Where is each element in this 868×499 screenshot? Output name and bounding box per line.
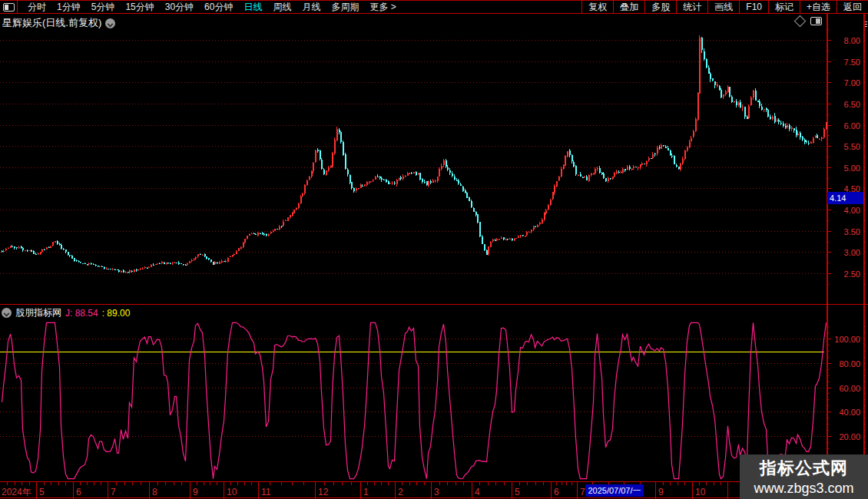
window-split-icon[interactable] <box>810 17 822 25</box>
chart-canvas[interactable]: 8.007.507.006.506.005.505.004.504.003.50… <box>0 0 868 499</box>
menu-item-60min[interactable]: 60分钟 <box>199 1 238 13</box>
layout-toggle-button[interactable] <box>0 1 18 13</box>
price-axis-label: 5.50 <box>844 142 860 151</box>
period-menu: 分时 1分钟 5分钟 15分钟 30分钟 60分钟 日线 周线 月线 多周期 更… <box>18 1 402 13</box>
menu-item-30min[interactable]: 30分钟 <box>160 1 199 13</box>
stock-title-text: 星辉娱乐(日线.前复权) <box>2 16 101 30</box>
date-axis-label: 10 <box>695 487 706 497</box>
indicator-j-value: J: 88.54 <box>65 308 98 319</box>
price-axis-label: 6.50 <box>844 100 860 109</box>
menu-item-add-watchlist[interactable]: +自选 <box>800 1 837 13</box>
watermark-url: www.zbgs3.com <box>754 481 853 497</box>
menu-item-multiperiod[interactable]: 多周期 <box>326 1 364 13</box>
price-axis-label: 3.50 <box>844 227 860 236</box>
candles-up-wicks <box>4 35 827 273</box>
indicator-axis-label: 60.00 <box>839 384 860 393</box>
menu-item-mark[interactable]: 标记 <box>768 1 800 13</box>
date-axis-label: 5 <box>515 487 520 497</box>
price-axis-label: 4.00 <box>844 206 860 215</box>
watermark: 指标公式网 www.zbgs3.com <box>740 454 868 499</box>
date-axis-label: 6 <box>554 487 559 497</box>
menu-item-stats[interactable]: 统计 <box>676 1 707 13</box>
price-axis-label: 2.50 <box>844 269 860 279</box>
j-indicator-line <box>2 322 827 478</box>
date-axis-label: 3 <box>434 487 439 497</box>
date-axis-label: 9 <box>193 487 198 497</box>
menu-item-daily[interactable]: 日线 <box>238 1 267 13</box>
menu-item-fuquan[interactable]: 复权 <box>581 1 613 13</box>
price-axis-label: 5.00 <box>844 164 860 173</box>
date-axis-label: 1 <box>363 487 369 497</box>
menu-item-overlay[interactable]: 叠加 <box>613 1 644 13</box>
candles-up-bodies <box>3 38 827 273</box>
panel-layout-icon <box>3 3 15 12</box>
indicator-axis-label: 20.00 <box>839 432 860 441</box>
price-axis-label: 7.00 <box>844 78 860 88</box>
date-axis-label: 2 <box>398 487 403 497</box>
date-axis-label: 5 <box>39 487 45 497</box>
indicator-axis-label: 100.00 <box>834 335 860 344</box>
price-axis-label: 6.00 <box>844 121 860 131</box>
menu-item-f10[interactable]: F10 <box>739 1 768 13</box>
date-axis-label: 9 <box>658 487 664 497</box>
date-axis-label: 12 <box>318 487 329 497</box>
menu-item-1min[interactable]: 1分钟 <box>51 1 86 13</box>
watermark-site-name: 指标公式网 <box>760 457 848 480</box>
date-axis-label: 10 <box>227 487 237 497</box>
menu-item-15min[interactable]: 15分钟 <box>120 1 159 13</box>
menu-item-back[interactable]: 返回 <box>837 1 868 13</box>
date-axis-label: 4 <box>475 487 480 497</box>
price-axis-label: 7.50 <box>844 58 860 67</box>
date-axis-label: 8 <box>152 487 157 497</box>
date-axis-label: 11 <box>261 487 271 497</box>
top-menu-bar: 分时 1分钟 5分钟 15分钟 30分钟 60分钟 日线 周线 月线 多周期 更… <box>0 0 868 14</box>
candles-down-bodies <box>2 38 818 273</box>
menu-item-5min[interactable]: 5分钟 <box>86 1 121 13</box>
last-price-box: 4.14 <box>827 192 863 204</box>
menu-item-monthly[interactable]: 月线 <box>297 1 326 13</box>
candles-down-wicks <box>2 37 817 273</box>
menu-item-weekly[interactable]: 周线 <box>267 1 297 13</box>
date-axis-label: 2024年 <box>2 487 31 497</box>
indicator-axis-label: 40.00 <box>839 408 860 417</box>
date-axis-label: 6 <box>76 487 81 497</box>
selected-date-box: 2025/07/07/一 <box>585 484 644 497</box>
chevron-down-icon[interactable] <box>105 18 115 28</box>
indicator-chevron-down-icon[interactable] <box>2 308 12 318</box>
menu-item-drawline[interactable]: 画线 <box>707 1 739 13</box>
indicator-axis-label: 80.00 <box>839 359 860 368</box>
price-axis-label: 3.00 <box>844 248 860 257</box>
indicator-name: 股朋指标网 <box>15 306 61 319</box>
date-axis-label: 7 <box>111 487 116 497</box>
menu-item-more[interactable]: 更多 > <box>364 1 401 13</box>
indicator-ref-value: : 89.00 <box>102 308 131 319</box>
price-axis-label: 8.00 <box>844 36 860 45</box>
date-axis-label: 7 <box>580 487 585 497</box>
menu-item-fenshi[interactable]: 分时 <box>22 1 51 13</box>
tool-menu: 复权 叠加 多股 统计 画线 F10 标记 +自选 返回 <box>581 1 868 13</box>
menu-item-multistock[interactable]: 多股 <box>644 1 676 13</box>
scrollbar-grip[interactable] <box>865 21 867 28</box>
stock-title: 星辉娱乐(日线.前复权) <box>2 16 115 30</box>
diamond-icon[interactable] <box>794 15 807 28</box>
